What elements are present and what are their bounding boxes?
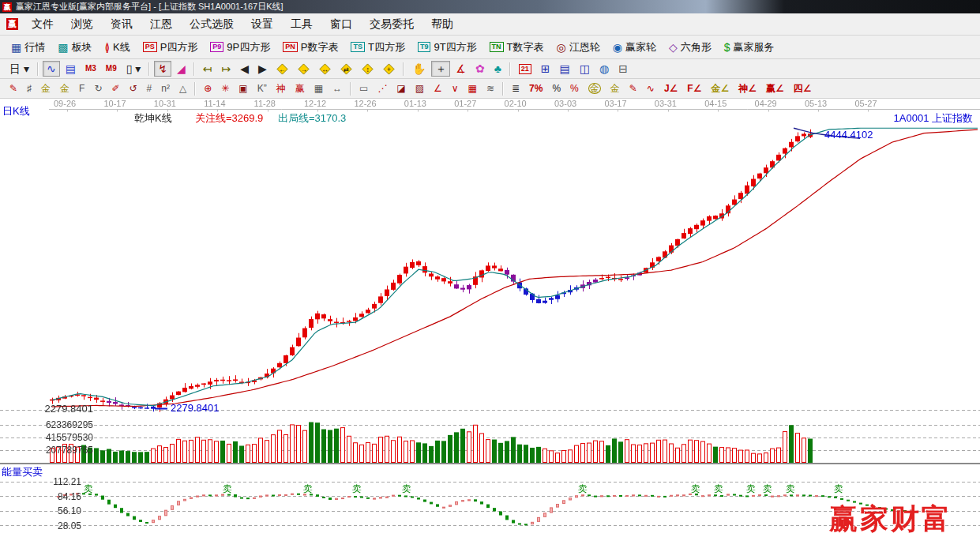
- minute3-chart-button[interactable]: M3: [81, 61, 100, 77]
- menu-item-0[interactable]: 文件: [23, 17, 62, 32]
- j-angle-button[interactable]: J∠: [660, 81, 681, 96]
- target-star-button[interactable]: ✳: [217, 81, 233, 96]
- p9-square-button[interactable]: P99P四方形: [205, 39, 276, 55]
- measure-brush-icon: ✐: [111, 82, 119, 95]
- angle-measure-button[interactable]: ∡: [452, 61, 470, 77]
- kline-button[interactable]: ≬K线: [99, 39, 135, 55]
- t9-square-button[interactable]: T99T四方形: [412, 39, 482, 55]
- hash-grid-button[interactable]: #: [143, 81, 156, 96]
- crosshair-tool-button[interactable]: ＋: [431, 61, 450, 77]
- candle-style-dropdown-button[interactable]: ▯ ▾: [122, 61, 145, 77]
- sectors-button[interactable]: ▩板块: [52, 39, 97, 55]
- pattern-cloud-button[interactable]: ♣: [490, 61, 505, 77]
- nav-right-diamond-button[interactable]: →: [294, 61, 314, 77]
- date-axis-label: 11-28: [254, 99, 276, 108]
- boxed-target-icon: ▣: [238, 82, 247, 95]
- p-number-table-button[interactable]: PNP数字表: [277, 39, 344, 55]
- wave-tool-button[interactable]: ∿: [643, 81, 659, 96]
- menu-item-7[interactable]: 窗口: [321, 17, 361, 32]
- expand-h-diamond-button[interactable]: ⇄: [336, 61, 356, 77]
- h-range-arrows-button[interactable]: ↔: [329, 81, 346, 96]
- reset-cross-diamond-button[interactable]: +: [379, 61, 399, 77]
- hexagon-button[interactable]: ◇六角形: [663, 39, 717, 55]
- menu-item-1[interactable]: 浏览: [62, 17, 102, 32]
- calendar-button[interactable]: 21: [515, 61, 535, 77]
- calculator-button[interactable]: ⊞: [537, 61, 554, 77]
- menu-item-5[interactable]: 设置: [242, 17, 282, 32]
- box-hatch-button[interactable]: ▨: [411, 81, 428, 96]
- percent-line-button[interactable]: %: [566, 81, 583, 96]
- info-doc-button[interactable]: ▤: [62, 61, 80, 77]
- angle-line-button[interactable]: ∠: [430, 81, 446, 96]
- next-bar-button[interactable]: ▶: [254, 61, 271, 77]
- gold-grid-a-button[interactable]: 金: [37, 81, 54, 96]
- prev-bar-button[interactable]: ◀: [236, 61, 253, 77]
- menu-item-4[interactable]: 公式选股: [181, 17, 242, 32]
- fine-grid-button[interactable]: ▦: [464, 81, 481, 96]
- gold-grid-b-icon: 金: [60, 82, 69, 95]
- zigzag-tool-button[interactable]: ↯: [154, 61, 171, 77]
- box-tool-button[interactable]: ▭: [355, 81, 372, 96]
- god-angle-button[interactable]: 神∠: [734, 81, 760, 96]
- win-grid-button[interactable]: 赢: [291, 81, 309, 96]
- winner-service-button[interactable]: $赢家服务: [719, 39, 780, 55]
- box-diagonal-button[interactable]: ◪: [392, 81, 409, 96]
- gold-level-line-button[interactable]: 金: [606, 81, 624, 96]
- circle-arrows-button[interactable]: ↺: [126, 81, 141, 96]
- hand-tool-button[interactable]: ✋: [408, 61, 430, 77]
- gann-wheel-button[interactable]: ◎江恩轮: [551, 39, 606, 55]
- bar-ladder-button[interactable]: ≣: [508, 81, 524, 96]
- menu-item-9[interactable]: 帮助: [422, 17, 462, 32]
- f-angle-button[interactable]: F∠: [683, 81, 705, 96]
- spiral-grid-button[interactable]: ↻: [90, 81, 106, 96]
- notes-button[interactable]: ▤: [556, 61, 574, 77]
- menu-item-2[interactable]: 资讯: [102, 17, 141, 32]
- win-angle-button[interactable]: 赢∠: [762, 81, 788, 96]
- n-squared-button[interactable]: n²: [157, 81, 174, 96]
- gann-flower-button[interactable]: ✿: [471, 61, 489, 77]
- grid-123-button[interactable]: ▦: [310, 81, 327, 96]
- fan-lines-button[interactable]: ⋰: [374, 81, 391, 96]
- f-grid-button[interactable]: F: [75, 81, 88, 96]
- god-grid-button[interactable]: 神: [272, 81, 290, 96]
- tn-number-table-button[interactable]: TNT数字表: [484, 39, 550, 55]
- minute9-chart-button[interactable]: M9: [102, 61, 121, 77]
- next-bar-icon: ▶: [258, 62, 267, 75]
- compress-h-diamond-button[interactable]: ↔: [315, 61, 335, 77]
- gann-brush-button[interactable]: ✎: [6, 81, 21, 96]
- menu-item-8[interactable]: 交易委托: [361, 17, 422, 32]
- v-lines-button[interactable]: ∨: [448, 81, 463, 96]
- grid-columns-button[interactable]: ♯: [23, 81, 36, 96]
- gold-circle-button[interactable]: 金: [584, 81, 605, 96]
- circle-cross-button[interactable]: ⊕: [200, 81, 216, 96]
- four-angle-button[interactable]: 四∠: [790, 81, 816, 96]
- chart-canvas[interactable]: [0, 99, 980, 537]
- compress-v-diamond-button[interactable]: ↕: [358, 61, 377, 77]
- indicator-scale-label: 28.05: [2, 520, 81, 531]
- menu-item-3[interactable]: 江恩: [141, 17, 181, 32]
- p-square-button[interactable]: PSP四方形: [137, 39, 204, 55]
- period-day-dropdown-button[interactable]: 日 ▾: [6, 61, 33, 77]
- last-page-button[interactable]: ↦: [218, 61, 235, 77]
- wave-lines-button[interactable]: ≋: [482, 81, 498, 96]
- winner-wheel-button[interactable]: ◉赢家轮: [607, 39, 662, 55]
- wave-overlay-button[interactable]: ∿: [43, 61, 60, 77]
- print-transfer-button[interactable]: ⊟: [614, 61, 632, 77]
- color-flag-button[interactable]: ◢: [173, 61, 190, 77]
- k-note-button[interactable]: K”: [253, 81, 271, 96]
- save-button[interactable]: ◫: [576, 61, 594, 77]
- gold-grid-b-button[interactable]: 金: [56, 81, 73, 96]
- gold-angle-button[interactable]: 金∠: [707, 81, 733, 96]
- quotes-button[interactable]: ▦行情: [6, 39, 51, 55]
- menu-item-6[interactable]: 工具: [282, 17, 321, 32]
- web-update-button[interactable]: ◍: [595, 61, 613, 77]
- price-brush-button[interactable]: ✎: [625, 81, 641, 96]
- seven-percent-button[interactable]: 7%: [525, 81, 546, 96]
- measure-brush-button[interactable]: ✐: [107, 81, 123, 96]
- first-page-button[interactable]: ↤: [199, 61, 216, 77]
- percent-tool-button[interactable]: %: [548, 81, 565, 96]
- nav-left-diamond-button[interactable]: ←: [272, 61, 292, 77]
- angle-ruler-button[interactable]: △: [175, 81, 190, 96]
- t-square-button[interactable]: TST四方形: [345, 39, 410, 55]
- boxed-target-button[interactable]: ▣: [235, 81, 251, 96]
